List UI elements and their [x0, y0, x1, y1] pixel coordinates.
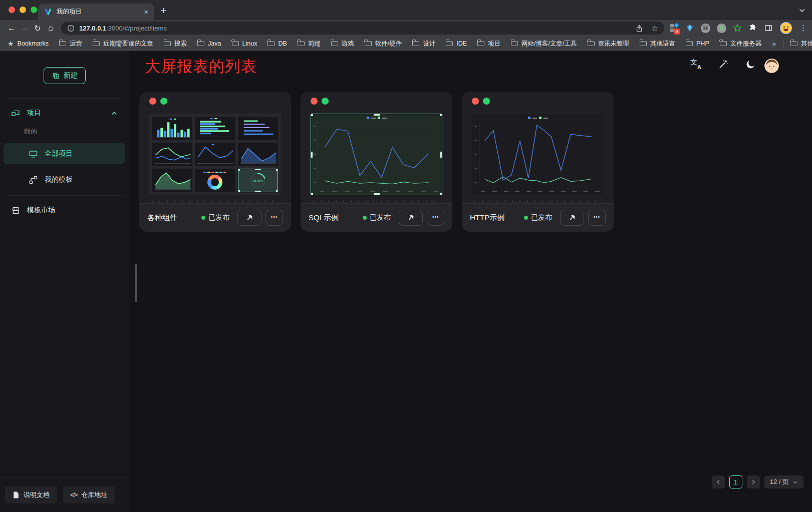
- bookmark-folder[interactable]: 运营: [59, 40, 82, 48]
- bookmark-folder[interactable]: PHP: [686, 40, 709, 47]
- bookmark-folder[interactable]: 文件服务器: [720, 40, 762, 48]
- sidebar-footer: 说明文档 </> 仓库地址: [0, 477, 129, 512]
- selection-handle: [374, 114, 380, 116]
- prev-page-button[interactable]: [712, 475, 725, 488]
- line-chart: [479, 123, 600, 187]
- more-options-button[interactable]: •••: [588, 210, 606, 226]
- sidebar-divider: [7, 195, 122, 196]
- project-thumbnail[interactable]: 25.00%: [149, 114, 281, 195]
- bookmark-folder[interactable]: 网站/博客/文章/工具: [511, 40, 577, 48]
- forward-button[interactable]: →: [18, 24, 31, 33]
- extension-gem-icon[interactable]: [685, 24, 694, 33]
- chrome-menu-icon[interactable]: ⋮: [799, 24, 807, 33]
- ellipsis-icon: •••: [271, 214, 278, 220]
- sidebar-item-all-projects[interactable]: 全部项目: [4, 143, 125, 164]
- repo-button[interactable]: </> 仓库地址: [63, 486, 115, 503]
- sidebar-item-my-templates[interactable]: 我的模板: [4, 169, 125, 190]
- mini-gauge-selected: 25.00%: [238, 169, 278, 192]
- mini-line-chart: [152, 143, 192, 166]
- chevron-left-icon: [715, 479, 721, 485]
- extension-star-icon[interactable]: [733, 24, 742, 33]
- selection-handle: [276, 169, 278, 171]
- bookmark-folder[interactable]: 其他语言: [640, 40, 675, 48]
- project-card[interactable]: SQL示例 已发布 •••: [301, 92, 452, 232]
- share-icon[interactable]: [635, 24, 643, 33]
- more-options-button[interactable]: •••: [427, 210, 444, 226]
- bookmark-folder[interactable]: 设计: [412, 40, 435, 48]
- chevron-up-icon[interactable]: [111, 110, 118, 117]
- card-decoration-dots: [311, 98, 329, 105]
- zoom-window-button[interactable]: [31, 7, 37, 13]
- reload-button[interactable]: ↻: [31, 24, 44, 33]
- page-size-select[interactable]: 12 / 页: [764, 475, 803, 488]
- x-axis-labels: [481, 191, 600, 192]
- copy-plus-icon: [52, 72, 60, 80]
- bookmark-folder[interactable]: Java: [197, 40, 221, 47]
- edit-project-button[interactable]: [560, 210, 584, 226]
- edit-project-button[interactable]: [399, 210, 423, 226]
- new-tab-button[interactable]: +: [160, 5, 166, 17]
- project-card[interactable]: HTTP示例 已发布 •••: [462, 92, 614, 232]
- folder-icon: [267, 41, 275, 46]
- bookmark-folder[interactable]: 游戏: [331, 40, 354, 48]
- magic-wand-icon[interactable]: [718, 59, 729, 70]
- storefront-icon: [11, 206, 21, 215]
- extensions-puzzle-icon[interactable]: [748, 24, 757, 33]
- project-thumbnail[interactable]: [311, 114, 442, 195]
- bookmarks-manager[interactable]: ★ Bookmarks: [8, 40, 49, 48]
- folder-icon: [298, 41, 305, 46]
- browser-tab[interactable]: 我的项目 ×: [38, 4, 154, 20]
- bookmark-folder[interactable]: 近期需要读的文章: [93, 40, 153, 48]
- bookmark-folder[interactable]: 项目: [477, 40, 500, 48]
- mini-hbar-chart: [195, 117, 235, 140]
- more-options-button[interactable]: •••: [265, 210, 283, 226]
- close-tab-icon[interactable]: ×: [144, 8, 148, 16]
- bookmark-folder[interactable]: 搜索: [164, 40, 187, 48]
- bookmark-folder[interactable]: DB: [267, 40, 287, 47]
- profile-avatar-emoji[interactable]: [779, 22, 792, 35]
- home-button[interactable]: ⌂: [44, 24, 57, 33]
- user-avatar[interactable]: [764, 59, 779, 73]
- mini-line-chart: [195, 143, 235, 166]
- ellipsis-icon: •••: [432, 214, 439, 220]
- project-card[interactable]: 25.00% 各种组件 已发布: [139, 92, 291, 232]
- address-bar[interactable]: 127.0.0.1:3000/#/project/items ☆: [61, 22, 664, 35]
- sidebar-section-projects[interactable]: 项目: [0, 103, 129, 123]
- template-flow-icon: [29, 175, 38, 185]
- bookmark-star-icon[interactable]: ☆: [651, 24, 658, 33]
- bookmark-folder[interactable]: 软件/硬件: [365, 40, 402, 48]
- bookmark-folder[interactable]: 前端: [298, 40, 321, 48]
- other-bookmarks[interactable]: 其他书签: [790, 40, 812, 48]
- docs-button[interactable]: 说明文档: [5, 486, 57, 503]
- edit-project-button[interactable]: [237, 210, 261, 226]
- back-button[interactable]: ←: [5, 24, 18, 33]
- selection-handle: [255, 169, 261, 170]
- extension-grid-icon[interactable]: 9: [670, 24, 679, 33]
- extension-record-icon[interactable]: [717, 24, 726, 33]
- dark-mode-moon-icon[interactable]: [745, 59, 756, 70]
- sidebar-item-template-market[interactable]: 模板市场: [0, 200, 129, 220]
- selection-handle: [255, 191, 261, 192]
- extension-command-icon[interactable]: ⌘: [701, 24, 710, 33]
- translate-icon[interactable]: 文 A: [690, 59, 701, 70]
- bookmarks-divider: [783, 40, 783, 48]
- tab-search-icon[interactable]: [798, 7, 805, 14]
- minimize-window-button[interactable]: [20, 7, 26, 13]
- status-badge: 已发布: [524, 213, 552, 222]
- bookmark-folder[interactable]: IDE: [446, 40, 467, 47]
- next-page-button[interactable]: [747, 475, 760, 488]
- new-project-button[interactable]: 新建: [44, 67, 86, 84]
- folder-icon: [790, 41, 797, 46]
- site-info-icon[interactable]: [67, 25, 75, 32]
- x-axis-labels: [320, 191, 438, 192]
- project-thumbnail[interactable]: [472, 114, 604, 195]
- side-panel-icon[interactable]: [764, 24, 773, 33]
- green-dot: [322, 98, 329, 105]
- window-controls[interactable]: [9, 7, 37, 13]
- scrollbar-thumb[interactable]: [135, 264, 137, 302]
- close-window-button[interactable]: [9, 7, 15, 13]
- page-number-button[interactable]: 1: [729, 475, 742, 488]
- bookmark-folder[interactable]: 资讯未整理: [588, 40, 630, 48]
- bookmarks-overflow-chevron[interactable]: »: [772, 40, 776, 48]
- bookmark-folder[interactable]: Linux: [232, 40, 257, 47]
